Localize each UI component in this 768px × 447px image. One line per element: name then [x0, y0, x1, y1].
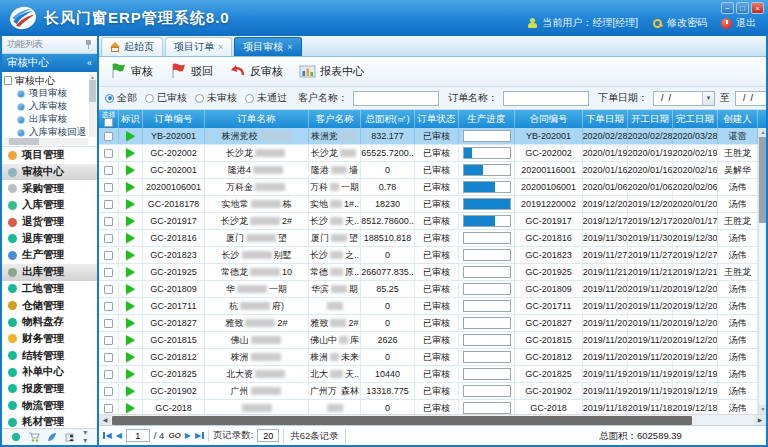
- order-name-input[interactable]: [503, 91, 589, 106]
- row-checkbox[interactable]: [104, 353, 113, 362]
- row-checkbox[interactable]: [104, 183, 113, 192]
- column-header-生产进度[interactable]: 生产进度: [459, 110, 515, 128]
- tree-item-项目审核[interactable]: 项目审核: [4, 87, 88, 100]
- scrollbar-thumb[interactable]: [112, 416, 692, 425]
- order-date-to-input[interactable]: ▼: [735, 91, 766, 106]
- column-header-开工日期[interactable]: 开工日期: [628, 110, 673, 128]
- radio-全部[interactable]: 全部: [105, 91, 137, 105]
- pin-icon[interactable]: [85, 40, 92, 49]
- cart-icon[interactable]: [28, 432, 40, 442]
- tree-horizontal-scrollbar[interactable]: [3, 138, 88, 145]
- tab-项目审核[interactable]: 项目审核×: [234, 37, 301, 56]
- person-book-icon[interactable]: [65, 432, 75, 442]
- row-checkbox[interactable]: [104, 370, 113, 379]
- radio-未通过[interactable]: 未通过: [245, 91, 287, 105]
- last-page-button[interactable]: ▶: [195, 431, 204, 440]
- row-checkbox[interactable]: [104, 166, 113, 175]
- sidebar-item-报废管理[interactable]: 报废管理: [2, 381, 97, 398]
- sidebar-item-采购管理[interactable]: 采购管理: [2, 180, 97, 197]
- sidebar-item-退库管理[interactable]: 退库管理: [2, 230, 97, 247]
- sidebar-item-耗材管理[interactable]: 耗材管理: [2, 414, 97, 428]
- toolbar-button-反审核[interactable]: 反审核: [225, 60, 291, 83]
- tree-item-入库审核回退[interactable]: 入库审核回退: [4, 126, 88, 138]
- sidebar-item-生产管理[interactable]: 生产管理: [2, 247, 97, 264]
- scrollbar-thumb[interactable]: [759, 137, 766, 223]
- column-header-客户名称[interactable]: 客户名称: [309, 110, 361, 128]
- row-checkbox[interactable]: [104, 404, 113, 413]
- column-header-下单日期[interactable]: 下单日期: [583, 110, 628, 128]
- table-row[interactable]: GC-201917长沙龙2#长沙天..8512.78600..已审核GC-201…: [99, 213, 766, 230]
- toolbar-button-报表中心[interactable]: 报表中心: [295, 60, 372, 83]
- row-checkbox[interactable]: [104, 149, 113, 158]
- toolbar-button-驳回[interactable]: 驳回: [165, 59, 221, 84]
- restore-button[interactable]: □: [736, 2, 749, 14]
- leaf-icon[interactable]: [47, 432, 57, 442]
- row-checkbox[interactable]: [104, 251, 113, 260]
- column-header-订单状态[interactable]: 订单状态: [415, 110, 459, 128]
- section-header-audit-center[interactable]: 审核中心 «: [2, 54, 97, 72]
- table-row[interactable]: GC-201925常德龙10常德原..266077.835..已审核GC-201…: [99, 264, 766, 281]
- vertical-scrollbar[interactable]: ▲ ▼: [758, 128, 766, 414]
- tab-起始页[interactable]: 起始页: [101, 37, 163, 56]
- sidebar-item-工地管理[interactable]: 工地管理: [2, 281, 97, 298]
- table-row[interactable]: YB-202001株洲党校株洲党832.177已审核YB-2020012020/…: [99, 128, 766, 145]
- row-checkbox[interactable]: [104, 217, 113, 226]
- radio-未审核[interactable]: 未审核: [195, 91, 237, 105]
- row-checkbox[interactable]: [104, 302, 113, 311]
- row-checkbox[interactable]: [104, 336, 113, 345]
- column-header-总面积(㎡)[interactable]: 总面积(㎡): [361, 110, 415, 128]
- close-icon[interactable]: ×: [218, 43, 223, 52]
- sidebar-item-项目管理[interactable]: 项目管理: [2, 147, 97, 164]
- row-checkbox[interactable]: [104, 200, 113, 209]
- overflow-button[interactable]: ▾▾: [83, 429, 87, 445]
- column-header-标识[interactable]: 标识: [119, 110, 143, 128]
- logout-button[interactable]: 退出: [721, 16, 756, 30]
- tree-item-出库审核[interactable]: 出库审核: [4, 113, 88, 126]
- collapse-icon[interactable]: «: [87, 58, 92, 68]
- minimize-button[interactable]: −: [721, 2, 734, 14]
- table-row[interactable]: GC-201809华一期华滨期85.25已审核GC-2018092019/11/…: [99, 281, 766, 298]
- chevron-down-icon[interactable]: ▼: [702, 92, 714, 105]
- sidebar-item-结转管理[interactable]: 结转管理: [2, 347, 97, 364]
- tab-项目订单[interactable]: 项目订单×: [165, 37, 232, 56]
- scroll-right-arrow[interactable]: ▶: [754, 415, 766, 425]
- column-header-合同编号[interactable]: 合同编号: [515, 110, 583, 128]
- table-row[interactable]: GC-201815佛山佛山中库2626已审核GC-2018152019/11/2…: [99, 332, 766, 349]
- prev-page-button[interactable]: ◀: [116, 431, 122, 440]
- go-button[interactable]: GO: [168, 431, 180, 440]
- next-page-button[interactable]: ▶: [185, 431, 191, 440]
- table-row[interactable]: GC-201812株洲株洲未来0已审核GC-2018122019/11/2020…: [99, 349, 766, 366]
- close-button[interactable]: ×: [751, 2, 764, 14]
- table-row[interactable]: GC-202002长沙龙长沙龙65525.7200..已审核GC-2020022…: [99, 145, 766, 162]
- close-icon[interactable]: ×: [287, 43, 292, 52]
- table-row[interactable]: GC-201825北大资北大天..10440已审核GC-2018252019/1…: [99, 366, 766, 383]
- column-header-完工日期[interactable]: 完工日期: [673, 110, 718, 128]
- radio-已审核[interactable]: 已审核: [145, 91, 187, 105]
- table-row[interactable]: GC-201902广州广州万森林13318.775已审核GC-201902201…: [99, 383, 766, 400]
- table-row[interactable]: GC-2018178实地常栋实地1#..18230已审核201912200022…: [99, 196, 766, 213]
- sidebar-item-仓储管理[interactable]: 仓储管理: [2, 297, 97, 314]
- row-checkbox[interactable]: [104, 234, 113, 243]
- column-header-订单名称[interactable]: 订单名称: [205, 110, 309, 128]
- order-date-input[interactable]: ▼: [653, 91, 715, 106]
- change-password-button[interactable]: 修改密码: [652, 16, 707, 30]
- first-page-button[interactable]: ◀: [103, 431, 112, 440]
- toolbar-button-审核[interactable]: 审核: [105, 59, 161, 84]
- sidebar-item-物流管理[interactable]: 物流管理: [2, 397, 97, 414]
- tree-item-入库审核[interactable]: 入库审核: [4, 100, 88, 113]
- tree-vertical-scrollbar[interactable]: ▲: [89, 74, 96, 137]
- sidebar-item-审核中心[interactable]: 审核中心: [2, 164, 97, 181]
- row-checkbox[interactable]: [104, 132, 113, 141]
- row-checkbox[interactable]: [104, 387, 113, 396]
- page-size-input[interactable]: [257, 429, 279, 442]
- sidebar-item-退货管理[interactable]: 退货管理: [2, 214, 97, 231]
- scroll-down-arrow[interactable]: ▼: [759, 405, 766, 414]
- table-row[interactable]: 20200106001万科金万科一期0.78已审核202001060012020…: [99, 179, 766, 196]
- sidebar-item-入库管理[interactable]: 入库管理: [2, 197, 97, 214]
- table-row[interactable]: GC-202001隆港4隆港墙0已审核202001160012020/01/16…: [99, 162, 766, 179]
- table-row[interactable]: GC-201823长沙别墅长沙之..0已审核GC-2018232019/11/2…: [99, 247, 766, 264]
- select-all-checkbox[interactable]: [104, 118, 113, 127]
- customer-name-input[interactable]: [353, 91, 439, 106]
- row-checkbox[interactable]: [104, 268, 113, 277]
- page-number-input[interactable]: [126, 429, 150, 442]
